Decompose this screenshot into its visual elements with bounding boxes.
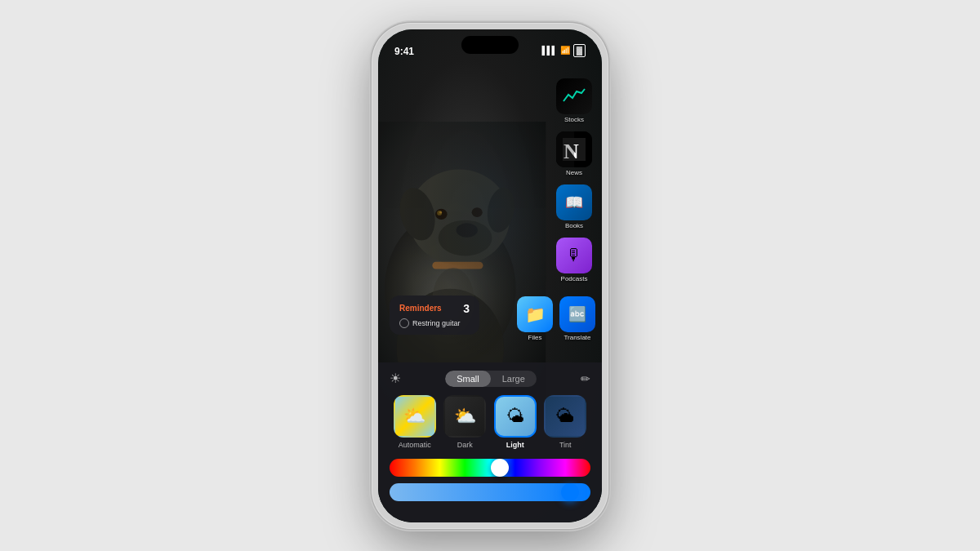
wifi-icon: 📶	[560, 46, 570, 55]
tint-icon[interactable]: 🌥	[544, 395, 586, 438]
news-label: News	[566, 169, 582, 176]
translate-icon: 🔤	[568, 305, 586, 323]
automatic-label: Automatic	[399, 441, 431, 449]
podcasts-icon: 🎙	[566, 246, 582, 264]
files-icon: 📁	[525, 304, 546, 324]
tint-weather-icon: 🌥	[556, 406, 574, 427]
rainbow-thumb[interactable]	[491, 459, 509, 477]
reminder-checkbox[interactable]	[399, 318, 409, 328]
sun-icon: ☀	[390, 371, 401, 386]
dynamic-island	[461, 36, 519, 54]
app-column-right: Stocks N News	[556, 78, 592, 282]
light-weather-icon: 🌤	[506, 406, 524, 427]
app-podcasts-wrap[interactable]: 🎙 Podcasts	[556, 238, 592, 282]
color-mode-tint[interactable]: 🌥 Tint	[544, 395, 586, 449]
news-app-icon[interactable]: N	[556, 131, 592, 167]
stocks-app-icon[interactable]	[556, 78, 592, 114]
bottom-panel: ☀ Small Large ✏ ⛅ Automatic	[378, 362, 602, 522]
books-label: Books	[565, 222, 583, 229]
color-modes-row: ⛅ Automatic ⛅ Dark 🌤	[390, 395, 590, 449]
color-mode-dark[interactable]: ⛅ Dark	[443, 395, 486, 449]
app-files-wrap[interactable]: 📁 Files	[517, 296, 553, 341]
reminder-text: Restring guitar	[412, 319, 461, 327]
reminders-title: Reminders	[399, 304, 442, 313]
battery-icon: ▓	[573, 44, 586, 57]
stocks-label: Stocks	[564, 116, 584, 123]
automatic-icon[interactable]: ⛅	[394, 395, 436, 438]
files-label: Files	[528, 334, 542, 341]
signal-icon: ▌▌▌	[541, 46, 556, 55]
books-app-icon[interactable]: 📖	[556, 184, 592, 220]
light-label: Light	[506, 441, 524, 449]
app-books-wrap[interactable]: 📖 Books	[556, 184, 592, 229]
phone-frame: 9:41 ▌▌▌ 📶 ▓ Stocks	[372, 23, 608, 529]
rainbow-slider[interactable]	[390, 459, 590, 477]
size-toggle[interactable]: Small Large	[445, 371, 537, 387]
phone-screen: 9:41 ▌▌▌ 📶 ▓ Stocks	[378, 29, 602, 522]
size-large-button[interactable]: Large	[491, 371, 537, 387]
phone-mockup: 9:41 ▌▌▌ 📶 ▓ Stocks	[372, 23, 608, 529]
size-small-button[interactable]: Small	[445, 371, 491, 387]
dark-label: Dark	[457, 441, 473, 449]
color-slider-container	[390, 459, 590, 501]
dark-weather-icon: ⛅	[454, 406, 476, 427]
pencil-icon[interactable]: ✏	[581, 372, 590, 385]
tint-label: Tint	[559, 441, 572, 449]
app-stocks-wrap[interactable]: Stocks	[556, 78, 592, 123]
blue-slider[interactable]	[390, 483, 590, 501]
dark-icon[interactable]: ⛅	[443, 395, 486, 438]
status-icons: ▌▌▌ 📶 ▓	[541, 44, 586, 57]
app-translate-wrap[interactable]: 🔤 Translate	[559, 296, 595, 341]
auto-weather-icon: ⛅	[403, 406, 425, 427]
podcasts-label: Podcasts	[561, 275, 588, 282]
reminders-count: 3	[463, 302, 470, 315]
app-row-bottom: 📁 Files 🔤 Translate	[517, 296, 595, 341]
status-time: 9:41	[394, 46, 414, 57]
power-button[interactable]	[608, 121, 611, 162]
blue-thumb[interactable]	[561, 483, 579, 501]
svg-rect-18	[556, 131, 574, 167]
reminders-item: Restring guitar	[399, 318, 470, 328]
reminders-widget[interactable]: Reminders 3 Restring guitar	[390, 295, 479, 335]
books-icon: 📖	[565, 193, 583, 211]
podcasts-app-icon[interactable]: 🎙	[556, 238, 592, 273]
light-icon[interactable]: 🌤	[494, 395, 537, 438]
size-toolbar: ☀ Small Large ✏	[390, 371, 590, 387]
app-news-wrap[interactable]: N News	[556, 131, 592, 176]
color-mode-light[interactable]: 🌤 Light	[494, 395, 537, 449]
color-mode-automatic[interactable]: ⛅ Automatic	[394, 395, 436, 449]
reminders-header: Reminders 3	[399, 302, 470, 315]
files-app-icon[interactable]: 📁	[517, 296, 553, 332]
translate-app-icon[interactable]: 🔤	[559, 296, 595, 332]
translate-label: Translate	[564, 334, 590, 341]
